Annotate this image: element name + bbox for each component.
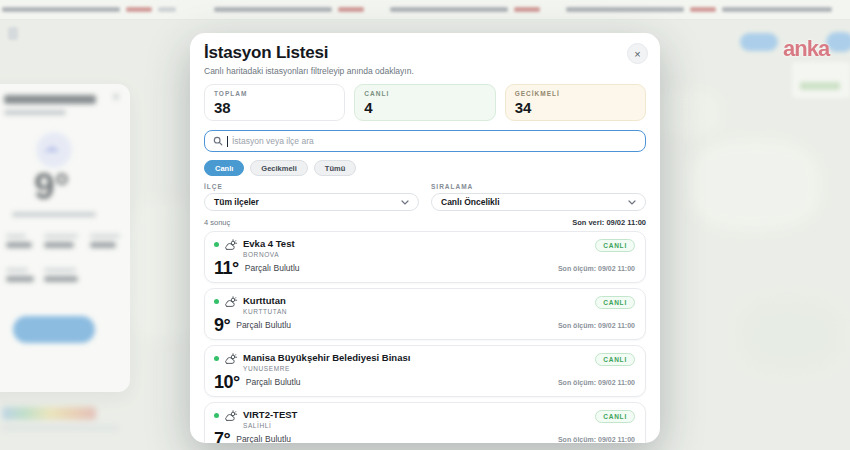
station-name: Evka 4 Test	[243, 238, 590, 249]
stat-card-total: TOPLAM 38	[204, 84, 345, 121]
filter-chips: Canlı Gecikmeli Tümü	[204, 160, 646, 176]
station-district: YUNUSEMRE	[243, 365, 590, 372]
stat-card-delayed: GECİKMELİ 34	[505, 84, 646, 121]
page-subtitle: Canlı haritadaki istasyonları filtreleyi…	[204, 66, 646, 76]
station-card[interactable]: Evka 4 Test BORNOVA CANLI 11° Parçalı Bu…	[204, 231, 646, 283]
last-measurement: Son ölçüm: 09/02 11:00	[558, 379, 635, 386]
station-district: BORNOVA	[243, 251, 590, 258]
close-button[interactable]: ×	[627, 43, 648, 64]
last-measurement: Son ölçüm: 09/02 11:00	[558, 265, 635, 272]
search-icon	[213, 136, 223, 146]
last-data-timestamp: Son veri: 09/02 11:00	[572, 218, 646, 227]
station-district: KURTTUTAN	[243, 308, 590, 315]
text-caret	[227, 136, 228, 147]
station-name: VIRT2-TEST	[243, 409, 590, 420]
page-title: İstasyon Listesi	[204, 43, 646, 63]
station-district: SALİHLİ	[243, 422, 590, 429]
stat-label: CANLI	[364, 90, 485, 97]
weather-condition: Parçalı Bulutlu	[245, 263, 300, 273]
stat-value: 38	[214, 99, 335, 116]
temperature-value: 10°	[214, 373, 240, 391]
status-badge: CANLI	[595, 239, 635, 252]
stats-row: TOPLAM 38 CANLI 4 GECİKMELİ 34	[204, 84, 646, 121]
anka-watermark: anka	[783, 36, 829, 62]
partly-cloudy-icon	[224, 410, 238, 422]
chip-all[interactable]: Tümü	[314, 160, 356, 176]
weather-condition: Parçalı Bulutlu	[236, 434, 291, 443]
weather-condition: Parçalı Bulutlu	[236, 320, 291, 330]
weather-condition: Parçalı Bulutlu	[246, 377, 301, 387]
close-icon: ×	[634, 48, 640, 60]
filter-selects: İLÇE Tüm ilçeler SIRALAMA Canlı Öncelikl…	[204, 183, 646, 211]
sort-select-value: Canlı Öncelikli	[441, 197, 628, 207]
app-window: ✕ ☁ 9° anka	[0, 0, 850, 450]
chip-live[interactable]: Canlı	[204, 160, 244, 176]
chip-delayed[interactable]: Gecikmeli	[250, 160, 307, 176]
chevron-down-icon	[628, 200, 636, 205]
live-dot	[214, 356, 219, 361]
partly-cloudy-icon	[224, 239, 238, 251]
last-measurement: Son ölçüm: 09/02 11:00	[558, 436, 635, 443]
station-card[interactable]: VIRT2-TEST SALİHLİ CANLI 7° Parçalı Bulu…	[204, 402, 646, 443]
temperature-value: 9°	[214, 316, 230, 334]
search-input[interactable]: İstasyon veya ilçe ara	[204, 130, 646, 152]
last-measurement: Son ölçüm: 09/02 11:00	[558, 322, 635, 329]
district-filter-label: İLÇE	[204, 183, 419, 190]
status-badge: CANLI	[595, 353, 635, 366]
results-row: 4 sonuç Son veri: 09/02 11:00	[204, 218, 646, 227]
district-select-value: Tüm ilçeler	[214, 197, 401, 207]
station-name: Manisa Büyükşehir Belediyesi Binası	[243, 352, 590, 363]
status-badge: CANLI	[595, 296, 635, 309]
station-list: Evka 4 Test BORNOVA CANLI 11° Parçalı Bu…	[204, 231, 646, 433]
chevron-down-icon	[401, 200, 409, 205]
partly-cloudy-icon	[224, 353, 238, 365]
station-list-modal: İstasyon Listesi Canlı haritadaki istasy…	[190, 33, 660, 443]
live-dot	[214, 242, 219, 247]
results-count: 4 sonuç	[204, 218, 572, 227]
station-card[interactable]: Manisa Büyükşehir Belediyesi Binası YUNU…	[204, 345, 646, 397]
sort-filter-label: SIRALAMA	[431, 183, 646, 190]
station-card[interactable]: Kurttutan KURTTUTAN CANLI 9° Parçalı Bul…	[204, 288, 646, 340]
sort-select[interactable]: Canlı Öncelikli	[431, 193, 646, 211]
modal-header: İstasyon Listesi Canlı haritadaki istasy…	[204, 43, 646, 76]
stat-label: GECİKMELİ	[515, 90, 636, 97]
search-placeholder: İstasyon veya ilçe ara	[232, 136, 314, 146]
stat-value: 4	[364, 99, 485, 116]
status-badge: CANLI	[595, 410, 635, 423]
stat-value: 34	[515, 99, 636, 116]
stat-card-live: CANLI 4	[354, 84, 495, 121]
stat-label: TOPLAM	[214, 90, 335, 97]
partly-cloudy-icon	[224, 296, 238, 308]
live-dot	[214, 299, 219, 304]
station-name: Kurttutan	[243, 295, 590, 306]
temperature-value: 7°	[214, 430, 230, 443]
live-dot	[214, 413, 219, 418]
district-select[interactable]: Tüm ilçeler	[204, 193, 419, 211]
temperature-value: 11°	[214, 259, 239, 277]
